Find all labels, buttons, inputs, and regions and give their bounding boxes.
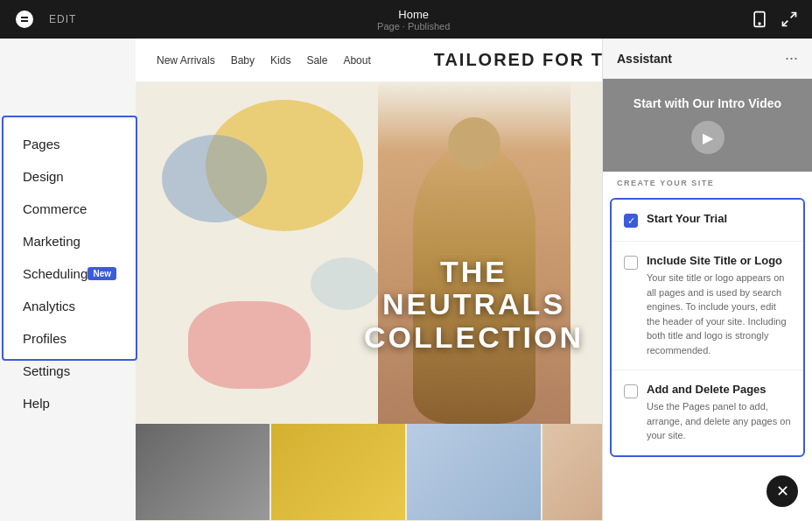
assistant-header: Assistant ··· (603, 39, 812, 79)
more-icon[interactable]: ··· (785, 49, 798, 67)
thumbnail-3 (407, 424, 541, 520)
checkbox-add-delete-pages[interactable] (624, 384, 638, 398)
checklist-title-add-delete-pages: Add and Delete Pages (647, 383, 791, 396)
sidebar-item-commerce[interactable]: Commerce (4, 193, 136, 225)
thumbnail-2 (271, 424, 405, 520)
intro-video-title: Start with Our Intro Video (634, 96, 781, 110)
checklist-item-start-trial[interactable]: ✓ Start Your Trial (612, 200, 803, 242)
sidebar-item-analytics[interactable]: Analytics (4, 290, 136, 322)
close-button[interactable]: ✕ (766, 475, 798, 507)
sidebar-item-scheduling[interactable]: Scheduling New (4, 257, 136, 290)
assistant-title: Assistant (617, 52, 672, 66)
nav-link-kids[interactable]: Kids (270, 54, 290, 67)
sidebar-item-help[interactable]: Help (4, 387, 136, 419)
sidebar: Pages Design Commerce Marketing Scheduli… (2, 116, 137, 361)
intro-video: Start with Our Intro Video ▶ (603, 79, 812, 172)
checklist-title-start-trial: Start Your Trial (647, 212, 727, 225)
checklist-item-add-delete-pages[interactable]: Add and Delete Pages Use the Pages panel… (612, 370, 803, 455)
nav-link-about[interactable]: About (343, 54, 370, 67)
checkbox-start-trial[interactable]: ✓ (624, 214, 638, 228)
sidebar-item-marketing[interactable]: Marketing (4, 225, 136, 257)
page-status: Page · Published (377, 21, 450, 32)
checklist-item-include-logo[interactable]: Include Site Title or Logo Your site tit… (612, 242, 803, 370)
svg-line-4 (782, 21, 788, 26)
expand-icon[interactable] (780, 11, 798, 28)
right-panel: Assistant ··· Start with Our Intro Video… (602, 39, 812, 521)
sidebar-item-profiles[interactable]: Profiles (4, 322, 136, 355)
create-site-label: CREATE YOUR SITE (603, 172, 812, 194)
site-nav-links: New Arrivals Baby Kids Sale About (157, 54, 371, 67)
top-bar-left: EDIT (14, 9, 76, 30)
svg-line-3 (791, 13, 796, 18)
nav-link-sale[interactable]: Sale (306, 54, 327, 67)
main-layout: Pages Design Commerce Marketing Scheduli… (0, 39, 812, 521)
checkbox-include-logo[interactable] (624, 256, 638, 270)
sidebar-item-settings[interactable]: Settings (4, 355, 136, 387)
top-bar-right (751, 11, 798, 28)
checklist-desc-add-delete-pages: Use the Pages panel to add, arrange, and… (647, 399, 791, 443)
hero-text: THE NEUTRALS COLLECTION (364, 256, 584, 354)
top-bar-center: Home Page · Published (377, 8, 450, 32)
nav-link-new-arrivals[interactable]: New Arrivals (157, 54, 215, 67)
nav-link-baby[interactable]: Baby (231, 54, 255, 67)
svg-point-2 (759, 23, 760, 25)
checklist-desc-include-logo: Your site title or logo appears on all p… (647, 271, 791, 357)
shape-pink (188, 301, 311, 389)
sidebar-item-design[interactable]: Design (4, 160, 136, 193)
edit-label: EDIT (49, 13, 76, 25)
tablet-icon[interactable] (751, 11, 768, 28)
hero-model (378, 82, 570, 424)
checklist-title-include-logo: Include Site Title or Logo (647, 254, 791, 267)
svg-point-0 (16, 11, 33, 28)
play-button[interactable]: ▶ (691, 121, 724, 154)
squarespace-logo-icon[interactable] (14, 9, 35, 30)
top-bar: EDIT Home Page · Published (0, 0, 812, 39)
checklist-section: ✓ Start Your Trial Include Site Title or… (610, 198, 805, 457)
page-name: Home (398, 8, 429, 21)
new-badge: New (88, 267, 116, 280)
shape-blue (162, 135, 267, 222)
thumbnail-1 (136, 424, 270, 520)
sidebar-item-pages[interactable]: Pages (4, 128, 136, 160)
